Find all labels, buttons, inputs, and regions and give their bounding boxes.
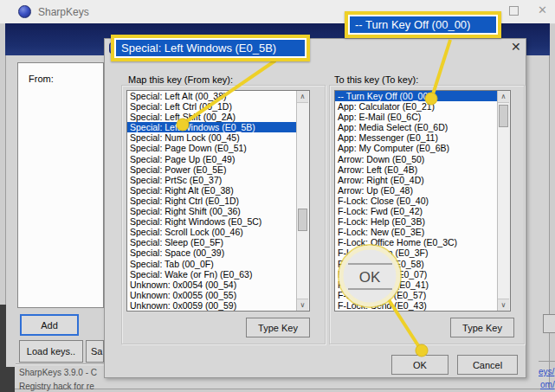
to-key-items: -- Turn Key Off (00_00)App: Calculator (…: [335, 91, 497, 311]
list-item[interactable]: Special: Left Windows (E0_5B): [127, 122, 296, 132]
from-list-scrollbar[interactable]: ∧ ∨: [296, 91, 309, 311]
list-item[interactable]: F-Lock: Close (E0_40): [335, 196, 497, 206]
screenshot-root: SharpKeys — ✕ From: Add Load keys.. Sa S…: [0, 0, 555, 392]
list-item[interactable]: Special: Left Ctrl (00_1D): [127, 101, 296, 112]
sharpkeys-app-icon: [18, 5, 31, 18]
scrollbar-thumb[interactable]: [298, 209, 307, 231]
list-item[interactable]: Special: Scroll Lock (00_46): [127, 227, 296, 237]
list-item[interactable]: -- Turn Key Off (00_00): [335, 91, 497, 101]
callout-to-key-text: -- Turn Key Off (00_00): [350, 16, 496, 33]
type-key-button-from[interactable]: Type Key: [246, 318, 310, 337]
list-item[interactable]: F-Lock: Office Home (E0_3C): [335, 237, 497, 247]
list-item[interactable]: Special: Page Down (E0_51): [127, 143, 296, 153]
scroll-up-icon[interactable]: ∧: [498, 91, 509, 103]
add-button[interactable]: Add: [21, 315, 78, 335]
list-item[interactable]: F-Lock: Send (E0_43): [335, 300, 497, 311]
status-description-text: Registry hack for re: [19, 382, 94, 391]
list-item[interactable]: Arrow: Up (E0_48): [335, 185, 497, 196]
list-item[interactable]: Special: Left Shift (00_2A): [127, 112, 296, 122]
scrollbar-thumb[interactable]: [499, 105, 508, 127]
list-item[interactable]: F-Lock: Help (E0_3B): [335, 216, 497, 227]
status-link[interactable]: om/: [540, 380, 555, 389]
close-icon[interactable]: ✕: [538, 5, 547, 16]
list-item[interactable]: Special: Num Lock (00_45): [127, 132, 296, 143]
to-key-listbox[interactable]: -- Turn Key Off (00_00)App: Calculator (…: [334, 90, 511, 312]
list-item[interactable]: F-Lock: New (E0_3E): [335, 227, 497, 237]
list-item[interactable]: Special: Right Alt (E0_38): [127, 185, 296, 196]
list-item[interactable]: Special: PrtSc (E0_37): [127, 175, 296, 185]
statusbar-divider: [16, 363, 104, 365]
list-item[interactable]: Arrow: Down (E0_50): [335, 154, 497, 164]
mappings-list-panel[interactable]: From:: [17, 62, 104, 308]
status-link[interactable]: eys/: [539, 367, 554, 376]
list-item[interactable]: Arrow: Left (E0_4B): [335, 164, 497, 175]
partial-button-right[interactable]: [543, 314, 555, 333]
from-key-items: Special: Left Alt (00_38)Special: Left C…: [127, 91, 296, 311]
list-item[interactable]: Special: Wake (or Fn) (E0_63): [127, 269, 296, 280]
list-item[interactable]: Unknown: 0x0054 (00_54): [127, 280, 296, 290]
list-item[interactable]: App: Messenger (E0_11): [335, 132, 497, 143]
list-item[interactable]: F-Lock: Fwd (E0_42): [335, 206, 497, 216]
list-item[interactable]: App: Media Select (E0_6D): [335, 122, 497, 132]
window-title: SharpKeys: [38, 6, 89, 18]
load-keys-button[interactable]: Load keys..: [19, 340, 83, 363]
callout-from-key-text: Special: Left Windows (E0_5B): [116, 40, 305, 56]
maximize-icon[interactable]: [509, 6, 519, 16]
scroll-up-icon[interactable]: ∧: [297, 91, 308, 103]
list-item[interactable]: Arrow: Right (E0_4D): [335, 175, 497, 185]
list-item[interactable]: Special: Left Alt (00_38): [127, 91, 296, 101]
to-this-key-label: To this key (To key):: [334, 74, 418, 85]
scroll-down-icon[interactable]: ∨: [297, 299, 308, 311]
list-item[interactable]: F-Lock: Open (E0_3F): [335, 247, 497, 258]
list-item[interactable]: Special: Sleep (E0_5F): [127, 237, 296, 247]
list-item[interactable]: Special: Right Ctrl (E0_1D): [127, 196, 296, 206]
callout-box-to-key: -- Turn Key Off (00_00): [345, 11, 501, 38]
scroll-down-icon[interactable]: ∨: [498, 299, 509, 311]
list-item[interactable]: F-Lock: Save (E0_57): [335, 290, 497, 300]
list-item[interactable]: Special: Page Up (E0_49): [127, 154, 296, 164]
list-item[interactable]: App: My Computer (E0_6B): [335, 143, 497, 153]
list-item[interactable]: Special: Right Windows (E0_5C): [127, 216, 296, 227]
ok-button[interactable]: OK: [391, 355, 449, 375]
window-corner-shadow: [0, 367, 15, 392]
list-item[interactable]: Special: Power (E0_5E): [127, 164, 296, 175]
map-this-key-label: Map this key (From key):: [128, 74, 233, 85]
list-item[interactable]: App: Calculator (E0_21): [335, 101, 497, 112]
list-item[interactable]: App: E-Mail (E0_6C): [335, 112, 497, 122]
cancel-button[interactable]: Cancel: [457, 355, 518, 375]
list-item[interactable]: F-Lock: Reply (E0_41): [335, 280, 497, 290]
dialog-close-icon[interactable]: ✕: [511, 41, 521, 53]
save-keys-button[interactable]: Sa: [86, 340, 104, 363]
callout-box-from-key: Special: Left Windows (E0_5B): [111, 35, 310, 61]
list-item[interactable]: Unknown: 0x0059 (00_59): [127, 300, 296, 311]
list-item[interactable]: Special: Space (00_39): [127, 247, 296, 258]
list-item[interactable]: F-Lock: Redo (E0_07): [335, 269, 497, 280]
list-item[interactable]: F-Lock: Print (E0_58): [335, 259, 497, 269]
right-statusbar-divider: [539, 361, 555, 362]
type-key-button-to[interactable]: Type Key: [450, 318, 514, 337]
status-version-text: SharpKeys 3.9.0 - C: [19, 368, 97, 377]
from-column-header: From:: [29, 74, 54, 84]
list-item[interactable]: Special: Right Shift (00_36): [127, 206, 296, 216]
from-key-listbox[interactable]: Special: Left Alt (00_38)Special: Left C…: [126, 90, 310, 312]
to-list-scrollbar[interactable]: ∧ ∨: [497, 91, 510, 311]
list-item[interactable]: Unknown: 0x0055 (00_55): [127, 290, 296, 300]
list-item[interactable]: Special: Tab (00_0F): [127, 259, 296, 269]
